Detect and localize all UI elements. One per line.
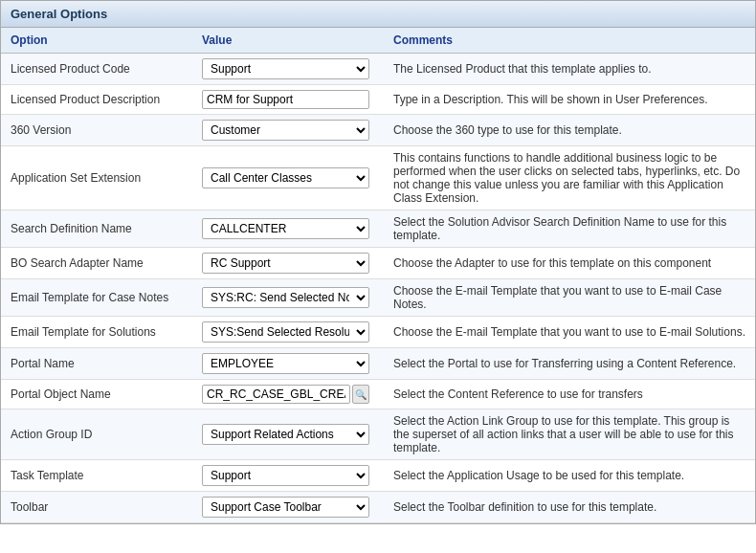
option-comment: Select the Action Link Group to use for … [384, 409, 755, 460]
option-select[interactable]: Call Center Classes [202, 167, 369, 188]
option-comment: Select the Application Usage to be used … [384, 460, 755, 492]
option-select[interactable]: Support Related Actions [202, 424, 369, 445]
option-comment: Select the Content Reference to use for … [384, 380, 755, 409]
option-select[interactable]: Support [202, 58, 369, 79]
option-value-cell[interactable]: Support Case Toolbar [192, 492, 384, 523]
table-row: ToolbarSupport Case ToolbarSelect the To… [1, 492, 755, 523]
option-label: Portal Name [1, 348, 192, 380]
option-value-cell[interactable]: Support [192, 54, 384, 85]
panel-title: General Options [11, 7, 107, 21]
option-select[interactable]: Customer [202, 120, 369, 141]
option-value-cell[interactable]: SYS:RC: Send Selected Notes [192, 279, 384, 317]
option-label: Action Group ID [1, 409, 192, 460]
table-row: Email Template for Case NotesSYS:RC: Sen… [1, 279, 755, 317]
option-value-cell[interactable] [192, 85, 384, 115]
option-value-cell[interactable]: SYS:Send Selected Resolution [192, 317, 384, 348]
option-label: Email Template for Case Notes [1, 279, 192, 317]
option-select[interactable]: Support [202, 465, 369, 486]
search-wrap: 🔍 [202, 385, 374, 404]
option-value-cell[interactable]: EMPLOYEE [192, 348, 384, 380]
col-value: Value [192, 28, 384, 54]
option-text-input[interactable] [202, 90, 369, 109]
table-row: Email Template for SolutionsSYS:Send Sel… [1, 317, 755, 348]
option-comment: Select the Portal to use for Transferrin… [384, 348, 755, 380]
option-select[interactable]: CALLCENTER [202, 218, 369, 239]
option-comment: Select the Solution Advisor Search Defin… [384, 210, 755, 248]
option-comment: Type in a Description. This will be show… [384, 85, 755, 115]
option-label: BO Search Adapter Name [1, 248, 192, 279]
option-value-cell[interactable]: Call Center Classes [192, 146, 384, 210]
option-search-input[interactable] [202, 385, 350, 404]
option-comment: Choose the E-mail Template that you want… [384, 279, 755, 317]
table-row: Task TemplateSupportSelect the Applicati… [1, 460, 755, 492]
option-label: Licensed Product Code [1, 54, 192, 85]
general-options-panel: General Options Option Value Comments Li… [0, 0, 756, 524]
option-comment: Choose the Adapter to use for this templ… [384, 248, 755, 279]
search-lookup-button[interactable]: 🔍 [352, 385, 369, 404]
options-table: Option Value Comments Licensed Product C… [1, 28, 755, 523]
table-row: Portal NameEMPLOYEESelect the Portal to … [1, 348, 755, 380]
option-select[interactable]: EMPLOYEE [202, 353, 369, 374]
table-row: Licensed Product DescriptionType in a De… [1, 85, 755, 115]
option-select[interactable]: SYS:Send Selected Resolution [202, 321, 369, 343]
col-comments: Comments [384, 28, 755, 54]
option-label: Toolbar [1, 492, 192, 523]
option-select[interactable]: SYS:RC: Send Selected Notes [202, 287, 369, 308]
panel-header: General Options [1, 1, 755, 28]
option-label: Portal Object Name [1, 380, 192, 409]
option-value-cell[interactable]: Support [192, 460, 384, 492]
option-label: Task Template [1, 460, 192, 492]
options-table-container: Option Value Comments Licensed Product C… [1, 28, 755, 523]
table-row: Licensed Product CodeSupportThe Licensed… [1, 54, 755, 85]
option-value-cell[interactable]: RC Support [192, 248, 384, 279]
table-row: Application Set ExtensionCall Center Cla… [1, 146, 755, 210]
col-option: Option [1, 28, 192, 54]
option-label: 360 Version [1, 115, 192, 146]
option-comment: Choose the 360 type to use for this temp… [384, 115, 755, 146]
table-row: Search Definition NameCALLCENTERSelect t… [1, 210, 755, 248]
option-comment: This contains functions to handle additi… [384, 146, 755, 210]
option-label: Search Definition Name [1, 210, 192, 248]
option-comment: Select the Toolbar definition to use for… [384, 492, 755, 523]
option-value-cell[interactable]: CALLCENTER [192, 210, 384, 248]
option-label: Application Set Extension [1, 146, 192, 210]
option-label: Email Template for Solutions [1, 317, 192, 348]
option-comment: Choose the E-mail Template that you want… [384, 317, 755, 348]
option-comment: The Licensed Product that this template … [384, 54, 755, 85]
table-row: BO Search Adapter NameRC SupportChoose t… [1, 248, 755, 279]
option-select[interactable]: Support Case Toolbar [202, 497, 369, 518]
option-label: Licensed Product Description [1, 85, 192, 115]
option-value-cell[interactable]: 🔍 [192, 380, 384, 409]
option-value-cell[interactable]: Support Related Actions [192, 409, 384, 460]
table-row: 360 VersionCustomerChoose the 360 type t… [1, 115, 755, 146]
table-row: Action Group IDSupport Related ActionsSe… [1, 409, 755, 460]
option-select[interactable]: RC Support [202, 253, 369, 274]
table-row: Portal Object Name🔍Select the Content Re… [1, 380, 755, 409]
option-value-cell[interactable]: Customer [192, 115, 384, 146]
